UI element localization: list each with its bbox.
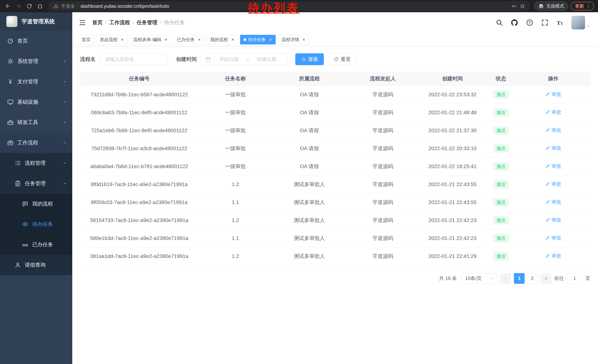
browser-back-button[interactable] <box>3 1 13 11</box>
task-name-cell: 1.2 <box>199 211 272 229</box>
approve-link[interactable]: 审批 <box>545 127 561 133</box>
tab-todo-tasks[interactable]: 待办任务× <box>240 35 276 44</box>
tab-close-icon[interactable]: × <box>119 37 125 42</box>
navbar-fullscreen-button[interactable] <box>541 19 549 26</box>
create-time-label: 创建时间 <box>176 56 197 63</box>
goto-page-input[interactable] <box>567 273 582 284</box>
next-page-button[interactable] <box>540 273 551 284</box>
sidebar-item-home[interactable]: 首页 <box>0 31 72 51</box>
kebab-menu-icon[interactable] <box>586 4 591 9</box>
sidebar-item-dev-tools[interactable]: 研发工具 <box>0 112 72 133</box>
task-id-cell: 725a1eb6-7b88-11ec-8ef0-acde48001122 <box>80 121 199 139</box>
key-icon[interactable] <box>511 3 517 9</box>
incognito-label: 无痕模式 <box>546 3 564 9</box>
sidebar-item-task-management[interactable]: 任务管理 <box>0 173 72 194</box>
navbar-font-size-button[interactable]: TT <box>556 19 564 26</box>
action-cell: 审批 <box>516 247 590 265</box>
tab-close-icon[interactable]: × <box>301 37 307 42</box>
create-time-range-picker[interactable]: 开始日期 - 结束日期 <box>201 53 288 65</box>
sidebar-toggle-button[interactable] <box>79 19 86 26</box>
task-id-cell: 73211d9d-7b9b-11ec-b5b7-acde48001122 <box>80 86 199 104</box>
filter-bar: 流程名 创建时间 开始日期 - 结束日期 搜索 重置 <box>80 53 590 65</box>
page-size-select[interactable]: 10条/页 <box>461 273 497 284</box>
approve-link[interactable]: 审批 <box>545 199 561 205</box>
search-button[interactable]: 搜索 <box>295 53 324 65</box>
navbar-github-button[interactable] <box>511 19 518 26</box>
chevron-up-icon <box>63 181 67 186</box>
created-time-cell: 2022-01-21 22:43:55 <box>419 193 486 211</box>
browser-forward-button[interactable] <box>14 1 23 11</box>
tab-close-icon[interactable]: × <box>268 37 273 42</box>
approve-link[interactable]: 审批 <box>545 181 561 187</box>
user-avatar[interactable] <box>571 16 585 29</box>
approve-link[interactable]: 审批 <box>545 217 561 223</box>
breadcrumb-item[interactable]: 工作流程 <box>109 19 130 26</box>
sidebar-item-process-management[interactable]: 流程管理 <box>0 153 72 173</box>
tab-label: 首页 <box>82 37 91 43</box>
page-button-2[interactable]: 2 <box>527 273 538 284</box>
breadcrumb-separator: / <box>160 20 162 25</box>
sidebar-item-workflow[interactable]: 工作流程 <box>0 133 72 153</box>
tab-close-icon[interactable]: × <box>197 37 202 42</box>
main-area: 首页/工作流程/任务管理/待办任务 ?TT 首页发起流程×流程表单-编辑×已办任… <box>72 12 598 364</box>
initiator-cell: 芋道源码 <box>346 193 419 211</box>
sidebar-item-todo-tasks[interactable]: 待办任务 <box>0 214 72 235</box>
approve-link[interactable]: 审批 <box>545 91 561 97</box>
task-name-cell: 一级审批 <box>199 104 272 121</box>
reset-button[interactable]: 重置 <box>328 53 357 65</box>
sidebar-item-infrastructure[interactable]: 基础设施 <box>0 92 72 112</box>
tab-home[interactable]: 首页 <box>78 35 94 44</box>
sidebar-item-label: 系统管理 <box>17 58 38 65</box>
bookmark-star-icon[interactable] <box>519 3 525 9</box>
browser-home-button[interactable] <box>35 1 45 11</box>
sidebar-item-my-process[interactable]: 我的流程 <box>0 194 72 214</box>
eye-icon <box>22 221 29 227</box>
status-cell: 激活 <box>486 104 516 121</box>
prev-page-button[interactable] <box>500 273 511 284</box>
yen-icon <box>7 78 14 85</box>
sidebar-item-done-tasks[interactable]: 已办任务 <box>0 235 72 255</box>
action-cell: 审批 <box>516 86 590 104</box>
breadcrumb-item[interactable]: 首页 <box>92 19 103 26</box>
task-id-cell: 381aa1dd-7ac8-11ec-a9e2-a2380e71991a <box>80 247 199 265</box>
browser-update-button[interactable]: 更新 <box>571 2 594 10</box>
page-content: 流程名 创建时间 开始日期 - 结束日期 搜索 重置 <box>72 46 598 364</box>
approve-link[interactable]: 审批 <box>545 235 561 241</box>
approve-link[interactable]: 审批 <box>545 253 561 259</box>
task-id-cell: 069c6a63-7b8a-11ec-8ef0-acde48001122 <box>80 104 199 121</box>
app-logo[interactable]: 芋道管理系统 <box>0 12 72 31</box>
breadcrumb-item[interactable]: 任务管理 <box>137 19 158 26</box>
browser-refresh-button[interactable] <box>25 1 34 11</box>
page-button-1[interactable]: 1 <box>514 273 525 284</box>
sidebar-item-system-management[interactable]: 系统管理 <box>0 51 72 72</box>
tab-process-detail[interactable]: 流程详情× <box>278 35 309 44</box>
caret-down-icon[interactable] <box>587 24 590 28</box>
sidebar-item-leave-query[interactable]: 请假查询 <box>0 255 72 275</box>
tab-done-tasks[interactable]: 已办任务× <box>173 35 205 44</box>
initiator-cell: 芋道源码 <box>346 211 419 229</box>
svg-text:T: T <box>557 20 561 26</box>
table-row: 73211d9d-7b9b-11ec-b5b7-acde48001122一级审批… <box>80 86 590 104</box>
sidebar-item-payment-management[interactable]: 支付管理 <box>0 72 72 92</box>
tab-close-icon[interactable]: × <box>163 37 169 42</box>
sidebar-item-label: 流程管理 <box>25 160 46 167</box>
edit-icon <box>545 146 550 151</box>
navbar-search-button[interactable] <box>495 19 503 26</box>
navbar-help-button[interactable]: ? <box>526 19 533 26</box>
approve-link[interactable]: 审批 <box>545 145 561 152</box>
tab-initiate-process[interactable]: 发起流程× <box>96 35 127 44</box>
active-tab-dot <box>244 38 246 41</box>
process-name-input[interactable] <box>100 53 167 65</box>
table-row: 8f0d1619-7ac8-11ec-a9e2-a2380e71991a1.2测… <box>80 175 590 193</box>
tab-process-form-edit[interactable]: 流程表单-编辑× <box>130 35 171 44</box>
search-icon <box>301 57 306 62</box>
tab-close-icon[interactable]: × <box>230 37 235 42</box>
breadcrumb-item: 待办任务 <box>164 19 185 26</box>
breadcrumb: 首页/工作流程/任务管理/待办任务 <box>92 19 185 26</box>
approve-link[interactable]: 审批 <box>545 163 561 170</box>
initiator-cell: 芋道源码 <box>346 121 419 139</box>
tab-my-process[interactable]: 我的流程× <box>207 35 238 44</box>
approve-link[interactable]: 审批 <box>545 109 561 115</box>
sidebar: 芋道管理系统 首页系统管理支付管理基础设施研发工具工作流程流程管理任务管理我的流… <box>0 12 72 364</box>
status-cell: 激活 <box>486 247 516 265</box>
